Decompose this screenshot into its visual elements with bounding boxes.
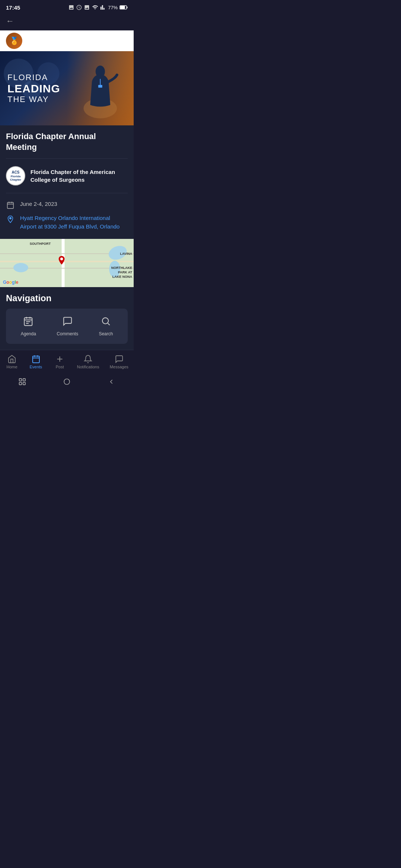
svg-rect-2: [120, 6, 125, 9]
photo-icon: [68, 4, 74, 10]
tab-home[interactable]: Home: [1, 353, 23, 371]
tab-messages[interactable]: Messages: [105, 353, 133, 371]
svg-rect-7: [7, 203, 14, 209]
notifications-icon: [84, 355, 92, 364]
nav-item-comments-label: Comments: [57, 331, 78, 336]
svg-line-20: [108, 323, 110, 325]
divider: [6, 158, 128, 159]
tab-home-label: Home: [7, 365, 17, 369]
svg-point-12: [60, 257, 63, 260]
signal-icon: [100, 4, 106, 10]
map-label-northlake: NORTHLAKEPARK ATLAKE NONA: [111, 266, 133, 279]
map-label-southport: SOUTHPORT: [30, 242, 51, 246]
svg-point-31: [64, 379, 70, 385]
wifi-icon: [92, 4, 98, 10]
messages-icon: [115, 355, 124, 364]
map-section[interactable]: SOUTHPORT LAVINA NORTHLAKEPARK ATLAKE NO…: [0, 239, 134, 287]
post-icon: [55, 355, 64, 364]
tab-post-label: Post: [56, 365, 64, 369]
svg-point-19: [102, 318, 108, 324]
nav-grid: Agenda Comments Search: [6, 309, 128, 344]
battery-text: 77%: [108, 5, 118, 10]
event-location[interactable]: Hyatt Regency Orlando International Airp…: [20, 214, 128, 231]
nav-item-agenda[interactable]: Agenda: [15, 313, 42, 339]
agenda-icon: [23, 316, 33, 329]
svg-rect-28: [23, 379, 25, 381]
event-details: Florida Chapter Annual Meeting ACS Flori…: [0, 125, 134, 239]
org-name: Florida Chapter of the American College …: [30, 168, 128, 184]
event-title: Florida Chapter Annual Meeting: [6, 131, 128, 152]
status-bar: 17:45 77%: [0, 0, 134, 13]
system-recents-button[interactable]: [106, 377, 117, 387]
img-icon: [84, 4, 90, 10]
location-icon: [6, 215, 15, 224]
hero-banner: FLORIDA LEADING THE WAY: [0, 51, 134, 125]
svg-point-11: [10, 217, 12, 219]
svg-rect-21: [33, 356, 39, 363]
status-time: 17:45: [6, 4, 20, 11]
google-logo: Google: [3, 280, 18, 285]
map-background: SOUTHPORT LAVINA NORTHLAKEPARK ATLAKE NO…: [0, 239, 134, 287]
nav-item-agenda-label: Agenda: [21, 331, 36, 336]
hero-line2: LEADING: [7, 82, 126, 95]
map-pin: [58, 256, 66, 266]
divider: [6, 193, 128, 193]
nav-section-title: Navigation: [6, 293, 128, 303]
org-avatar: ACS Florida Chapter: [6, 166, 25, 185]
status-icons: 77%: [68, 4, 128, 10]
battery-icon: [120, 5, 128, 10]
date-row: June 2-4, 2023: [6, 198, 128, 212]
nav-item-search-label: Search: [99, 331, 113, 336]
org-logo-small: 🏅: [6, 33, 22, 49]
nav-item-search[interactable]: Search: [93, 313, 119, 339]
tab-post[interactable]: Post: [49, 353, 71, 371]
svg-rect-29: [19, 382, 22, 385]
home-icon: [7, 355, 16, 364]
events-icon: [32, 355, 40, 364]
tab-notifications[interactable]: Notifications: [72, 353, 104, 371]
calendar-icon: [6, 201, 15, 210]
tab-events-label: Events: [30, 365, 42, 369]
hero-text: FLORIDA LEADING THE WAY: [0, 65, 134, 112]
bottom-tab-bar: Home Events Post Notifications Messages: [0, 350, 134, 373]
svg-rect-1: [127, 7, 127, 9]
organizer-row: ACS Florida Chapter Florida Chapter of t…: [6, 163, 128, 188]
search-icon: [101, 316, 111, 329]
tab-notifications-label: Notifications: [77, 365, 99, 369]
back-button[interactable]: ←: [6, 16, 14, 26]
top-nav: ←: [0, 13, 134, 30]
navigation-section: Navigation Agenda: [0, 287, 134, 350]
logo-bar: 🏅: [0, 30, 134, 51]
comments-icon: [62, 316, 73, 329]
hero-line1: FLORIDA: [7, 73, 126, 82]
location-row: Hyatt Regency Orlando International Airp…: [6, 212, 128, 233]
system-back-button[interactable]: [17, 377, 27, 387]
system-home-button[interactable]: [62, 377, 72, 387]
nav-item-comments[interactable]: Comments: [51, 313, 84, 339]
clock-icon: [76, 4, 82, 10]
tab-messages-label: Messages: [110, 365, 128, 369]
tab-events[interactable]: Events: [25, 353, 47, 371]
map-label-lavina: LAVINA: [120, 252, 132, 256]
event-date: June 2-4, 2023: [20, 200, 57, 208]
svg-rect-30: [23, 382, 25, 385]
hero-line3: THE WAY: [7, 95, 126, 104]
svg-rect-27: [19, 379, 22, 381]
system-nav-bar: [0, 373, 134, 392]
